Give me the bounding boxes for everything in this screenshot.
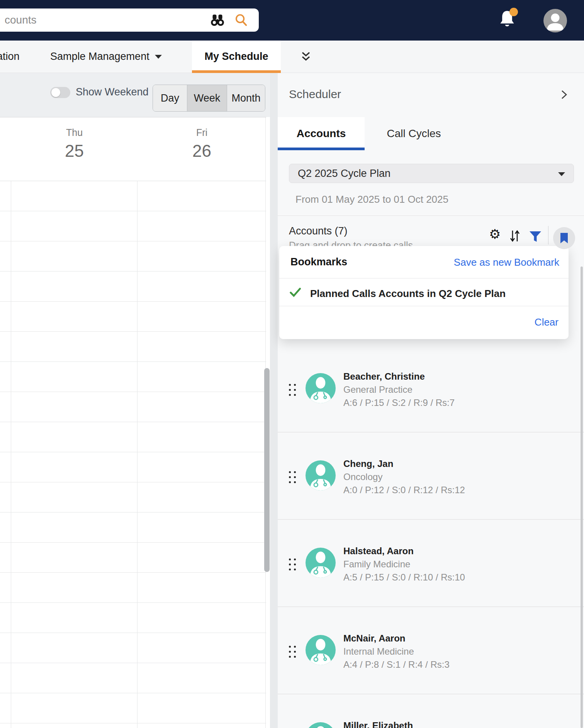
notifications-bell-icon[interactable] [498,9,518,32]
account-name: Miller, Elizabeth [343,719,413,728]
clear-bookmark-link[interactable]: Clear [535,316,559,328]
account-list-item[interactable]: Cheng, Jan Oncology A:0 / P:12 / S:0 / R… [278,433,584,520]
doctor-avatar [306,373,336,403]
binoculars-icon[interactable] [210,14,225,28]
filter-funnel-icon[interactable] [528,231,542,244]
view-week-button[interactable]: Week [187,85,227,111]
day-column-header[interactable]: Thu 25 [11,117,138,181]
account-name: Halstead, Aaron [343,545,465,558]
divider [548,226,548,244]
grid-line [137,181,138,728]
nav-item-partial[interactable]: ation [0,41,20,73]
nav-item-my-schedule[interactable]: My Schedule [192,41,281,73]
account-list-item[interactable]: Miller, Elizabeth [278,694,584,728]
view-switcher: Day Week Month [153,85,265,112]
drag-handle-icon[interactable] [289,646,296,658]
tab-label: Accounts [297,127,346,140]
account-call-stats: A:0 / P:12 / S:0 / R:12 / Rs:12 [343,484,465,497]
calendar-week-view: Thu 25 Fri 26 [0,117,266,728]
more-tabs-chevron-icon[interactable] [300,51,312,63]
account-list-item[interactable]: Beacher, Christine General Practice A:6 … [278,345,584,433]
show-weekend-label: Show Weekend [76,86,149,98]
chevron-down-icon [558,172,565,176]
drag-handle-icon[interactable] [289,471,296,483]
panel-divider [270,73,278,728]
view-month-button[interactable]: Month [227,85,265,111]
cycle-plan-select[interactable]: Q2 2025 Cycle Plan [289,164,574,183]
day-number: 26 [138,141,266,161]
account-specialty: Internal Medicine [343,645,450,658]
bookmarks-popup: Bookmarks Save as new Bookmark Planned C… [279,246,569,339]
nav-item-sample-management[interactable]: Sample Management [50,41,162,73]
doctor-avatar [306,635,336,665]
bookmark-item[interactable]: Planned Calls Accounts in Q2 Cycle Plan [310,288,506,300]
bookmark-button[interactable] [553,227,575,249]
account-list-item[interactable]: Halstead, Aaron Family Medicine A:5 / P:… [278,520,584,607]
divider [278,216,584,216]
sort-icon[interactable] [509,229,521,244]
weekday-label: Thu [11,127,138,138]
account-specialty: General Practice [343,383,455,396]
account-specialty: Oncology [343,470,465,484]
tab-label: Call Cycles [387,127,441,140]
tab-accounts[interactable]: Accounts [278,117,365,150]
check-icon [289,287,302,299]
toggle-knob [51,88,60,97]
tab-call-cycles[interactable]: Call Cycles [365,117,463,150]
account-name: Beacher, Christine [343,370,455,383]
account-call-stats: A:5 / P:15 / S:0 / R:10 / Rs:10 [343,571,465,584]
weekday-label: Fri [138,127,266,138]
show-weekend-toggle[interactable] [50,87,70,98]
popup-title: Bookmarks [290,256,347,268]
day-number: 25 [11,141,138,161]
drag-handle-icon[interactable] [289,384,296,396]
account-call-stats: A:6 / P:15 / S:2 / R:9 / Rs:7 [343,396,455,409]
app-window: counts [0,0,584,728]
chevron-down-icon [155,55,162,59]
global-search-box[interactable]: counts [0,8,259,32]
scheduler-panel: Scheduler Accounts Call Cycles Q2 2025 C… [278,73,584,728]
nav-item-label: My Schedule [204,51,268,63]
account-call-stats: A:4 / P:8 / S:1 / R:4 / Rs:3 [343,658,450,671]
account-name: McNair, Aaron [343,632,450,645]
notification-badge [509,8,518,16]
calendar-grid[interactable] [0,181,266,728]
view-day-button[interactable]: Day [153,85,187,111]
doctor-avatar [306,548,336,578]
grid-line [11,181,11,728]
user-avatar[interactable] [543,9,567,32]
cycle-plan-date-range: From 01 May 2025 to 01 Oct 2025 [295,193,448,205]
top-navigation-bar: counts [0,0,584,41]
calendar-toolbar: Show Weekend Day Week Month [0,73,270,117]
search-icon[interactable] [234,13,248,29]
doctor-avatar [306,722,336,728]
search-input[interactable]: counts [5,14,37,26]
doctor-avatar [306,460,336,490]
collapse-panel-chevron-icon[interactable] [559,89,569,100]
divider [279,278,569,278]
active-tab-indicator [278,148,365,150]
account-list: Beacher, Christine General Practice A:6 … [278,345,584,728]
divider [279,306,569,306]
nav-item-label: Sample Management [50,51,149,63]
account-list-item[interactable]: McNair, Aaron Internal Medicine A:4 / P:… [278,607,584,694]
bookmark-icon [559,232,569,244]
active-tab-indicator [192,70,281,73]
day-column-header[interactable]: Fri 26 [138,117,266,181]
accounts-count-label: Accounts (7) [289,225,348,237]
account-specialty: Family Medicine [343,558,465,571]
calendar-scrollbar[interactable] [264,368,270,572]
primary-nav: ation Sample Management My Schedule + Cr… [0,41,584,73]
panel-title: Scheduler [289,88,341,101]
drag-handle-icon[interactable] [289,558,296,570]
cycle-plan-value: Q2 2025 Cycle Plan [298,168,390,180]
account-name: Cheng, Jan [343,457,465,470]
panel-scrollbar[interactable] [581,266,583,728]
calendar-header: Thu 25 Fri 26 [0,117,266,181]
popup-header: Bookmarks Save as new Bookmark [279,246,569,278]
settings-gear-icon[interactable]: ⚙ [489,227,501,241]
save-as-new-bookmark-link[interactable]: Save as new Bookmark [454,256,559,268]
